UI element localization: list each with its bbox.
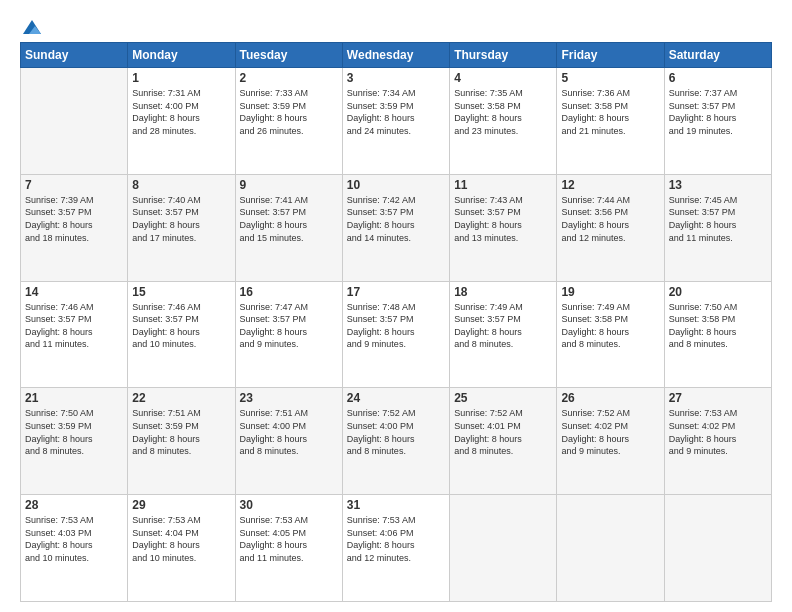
calendar-cell: 7Sunrise: 7:39 AM Sunset: 3:57 PM Daylig… bbox=[21, 174, 128, 281]
day-number: 16 bbox=[240, 285, 338, 299]
day-number: 22 bbox=[132, 391, 230, 405]
page: SundayMondayTuesdayWednesdayThursdayFrid… bbox=[0, 0, 792, 612]
day-of-week-saturday: Saturday bbox=[664, 43, 771, 68]
day-number: 5 bbox=[561, 71, 659, 85]
logo bbox=[20, 18, 44, 32]
calendar-cell: 3Sunrise: 7:34 AM Sunset: 3:59 PM Daylig… bbox=[342, 68, 449, 175]
day-number: 2 bbox=[240, 71, 338, 85]
day-number: 31 bbox=[347, 498, 445, 512]
calendar-header-row: SundayMondayTuesdayWednesdayThursdayFrid… bbox=[21, 43, 772, 68]
calendar-cell: 24Sunrise: 7:52 AM Sunset: 4:00 PM Dayli… bbox=[342, 388, 449, 495]
day-info: Sunrise: 7:45 AM Sunset: 3:57 PM Dayligh… bbox=[669, 194, 767, 244]
calendar-cell: 5Sunrise: 7:36 AM Sunset: 3:58 PM Daylig… bbox=[557, 68, 664, 175]
day-info: Sunrise: 7:50 AM Sunset: 3:59 PM Dayligh… bbox=[25, 407, 123, 457]
day-info: Sunrise: 7:53 AM Sunset: 4:06 PM Dayligh… bbox=[347, 514, 445, 564]
calendar-cell: 15Sunrise: 7:46 AM Sunset: 3:57 PM Dayli… bbox=[128, 281, 235, 388]
day-info: Sunrise: 7:44 AM Sunset: 3:56 PM Dayligh… bbox=[561, 194, 659, 244]
calendar-cell: 16Sunrise: 7:47 AM Sunset: 3:57 PM Dayli… bbox=[235, 281, 342, 388]
day-number: 12 bbox=[561, 178, 659, 192]
calendar-cell: 26Sunrise: 7:52 AM Sunset: 4:02 PM Dayli… bbox=[557, 388, 664, 495]
day-number: 15 bbox=[132, 285, 230, 299]
calendar-cell: 19Sunrise: 7:49 AM Sunset: 3:58 PM Dayli… bbox=[557, 281, 664, 388]
logo-icon bbox=[21, 18, 43, 36]
day-info: Sunrise: 7:49 AM Sunset: 3:58 PM Dayligh… bbox=[561, 301, 659, 351]
calendar-cell: 23Sunrise: 7:51 AM Sunset: 4:00 PM Dayli… bbox=[235, 388, 342, 495]
day-number: 27 bbox=[669, 391, 767, 405]
day-number: 4 bbox=[454, 71, 552, 85]
day-of-week-sunday: Sunday bbox=[21, 43, 128, 68]
day-number: 30 bbox=[240, 498, 338, 512]
calendar-cell: 18Sunrise: 7:49 AM Sunset: 3:57 PM Dayli… bbox=[450, 281, 557, 388]
day-number: 1 bbox=[132, 71, 230, 85]
header bbox=[20, 18, 772, 32]
calendar-cell: 30Sunrise: 7:53 AM Sunset: 4:05 PM Dayli… bbox=[235, 495, 342, 602]
calendar-cell: 14Sunrise: 7:46 AM Sunset: 3:57 PM Dayli… bbox=[21, 281, 128, 388]
day-info: Sunrise: 7:46 AM Sunset: 3:57 PM Dayligh… bbox=[25, 301, 123, 351]
day-info: Sunrise: 7:31 AM Sunset: 4:00 PM Dayligh… bbox=[132, 87, 230, 137]
calendar-cell: 8Sunrise: 7:40 AM Sunset: 3:57 PM Daylig… bbox=[128, 174, 235, 281]
day-number: 19 bbox=[561, 285, 659, 299]
calendar-week-row: 21Sunrise: 7:50 AM Sunset: 3:59 PM Dayli… bbox=[21, 388, 772, 495]
day-info: Sunrise: 7:46 AM Sunset: 3:57 PM Dayligh… bbox=[132, 301, 230, 351]
day-of-week-thursday: Thursday bbox=[450, 43, 557, 68]
calendar-cell: 27Sunrise: 7:53 AM Sunset: 4:02 PM Dayli… bbox=[664, 388, 771, 495]
day-number: 10 bbox=[347, 178, 445, 192]
day-info: Sunrise: 7:43 AM Sunset: 3:57 PM Dayligh… bbox=[454, 194, 552, 244]
day-info: Sunrise: 7:50 AM Sunset: 3:58 PM Dayligh… bbox=[669, 301, 767, 351]
calendar-cell: 13Sunrise: 7:45 AM Sunset: 3:57 PM Dayli… bbox=[664, 174, 771, 281]
day-number: 26 bbox=[561, 391, 659, 405]
day-number: 7 bbox=[25, 178, 123, 192]
calendar-cell: 21Sunrise: 7:50 AM Sunset: 3:59 PM Dayli… bbox=[21, 388, 128, 495]
day-of-week-wednesday: Wednesday bbox=[342, 43, 449, 68]
day-number: 20 bbox=[669, 285, 767, 299]
calendar-cell: 25Sunrise: 7:52 AM Sunset: 4:01 PM Dayli… bbox=[450, 388, 557, 495]
calendar-cell: 29Sunrise: 7:53 AM Sunset: 4:04 PM Dayli… bbox=[128, 495, 235, 602]
calendar-cell: 2Sunrise: 7:33 AM Sunset: 3:59 PM Daylig… bbox=[235, 68, 342, 175]
day-number: 23 bbox=[240, 391, 338, 405]
day-info: Sunrise: 7:52 AM Sunset: 4:02 PM Dayligh… bbox=[561, 407, 659, 457]
calendar-week-row: 1Sunrise: 7:31 AM Sunset: 4:00 PM Daylig… bbox=[21, 68, 772, 175]
calendar-cell: 1Sunrise: 7:31 AM Sunset: 4:00 PM Daylig… bbox=[128, 68, 235, 175]
day-number: 25 bbox=[454, 391, 552, 405]
calendar-cell bbox=[21, 68, 128, 175]
day-info: Sunrise: 7:52 AM Sunset: 4:01 PM Dayligh… bbox=[454, 407, 552, 457]
calendar-cell: 22Sunrise: 7:51 AM Sunset: 3:59 PM Dayli… bbox=[128, 388, 235, 495]
calendar-cell: 17Sunrise: 7:48 AM Sunset: 3:57 PM Dayli… bbox=[342, 281, 449, 388]
day-info: Sunrise: 7:51 AM Sunset: 3:59 PM Dayligh… bbox=[132, 407, 230, 457]
day-number: 14 bbox=[25, 285, 123, 299]
day-info: Sunrise: 7:53 AM Sunset: 4:05 PM Dayligh… bbox=[240, 514, 338, 564]
calendar-cell: 11Sunrise: 7:43 AM Sunset: 3:57 PM Dayli… bbox=[450, 174, 557, 281]
day-info: Sunrise: 7:33 AM Sunset: 3:59 PM Dayligh… bbox=[240, 87, 338, 137]
day-of-week-monday: Monday bbox=[128, 43, 235, 68]
calendar-cell: 28Sunrise: 7:53 AM Sunset: 4:03 PM Dayli… bbox=[21, 495, 128, 602]
day-info: Sunrise: 7:47 AM Sunset: 3:57 PM Dayligh… bbox=[240, 301, 338, 351]
day-info: Sunrise: 7:41 AM Sunset: 3:57 PM Dayligh… bbox=[240, 194, 338, 244]
day-info: Sunrise: 7:40 AM Sunset: 3:57 PM Dayligh… bbox=[132, 194, 230, 244]
day-number: 24 bbox=[347, 391, 445, 405]
day-of-week-tuesday: Tuesday bbox=[235, 43, 342, 68]
day-number: 21 bbox=[25, 391, 123, 405]
day-info: Sunrise: 7:42 AM Sunset: 3:57 PM Dayligh… bbox=[347, 194, 445, 244]
calendar-cell bbox=[450, 495, 557, 602]
day-info: Sunrise: 7:37 AM Sunset: 3:57 PM Dayligh… bbox=[669, 87, 767, 137]
day-number: 11 bbox=[454, 178, 552, 192]
calendar-cell: 31Sunrise: 7:53 AM Sunset: 4:06 PM Dayli… bbox=[342, 495, 449, 602]
calendar-cell: 9Sunrise: 7:41 AM Sunset: 3:57 PM Daylig… bbox=[235, 174, 342, 281]
day-info: Sunrise: 7:53 AM Sunset: 4:04 PM Dayligh… bbox=[132, 514, 230, 564]
day-info: Sunrise: 7:53 AM Sunset: 4:03 PM Dayligh… bbox=[25, 514, 123, 564]
calendar-week-row: 7Sunrise: 7:39 AM Sunset: 3:57 PM Daylig… bbox=[21, 174, 772, 281]
calendar-cell bbox=[664, 495, 771, 602]
day-info: Sunrise: 7:52 AM Sunset: 4:00 PM Dayligh… bbox=[347, 407, 445, 457]
day-info: Sunrise: 7:53 AM Sunset: 4:02 PM Dayligh… bbox=[669, 407, 767, 457]
calendar-table: SundayMondayTuesdayWednesdayThursdayFrid… bbox=[20, 42, 772, 602]
day-of-week-friday: Friday bbox=[557, 43, 664, 68]
day-number: 18 bbox=[454, 285, 552, 299]
day-number: 3 bbox=[347, 71, 445, 85]
day-info: Sunrise: 7:34 AM Sunset: 3:59 PM Dayligh… bbox=[347, 87, 445, 137]
calendar-cell: 4Sunrise: 7:35 AM Sunset: 3:58 PM Daylig… bbox=[450, 68, 557, 175]
day-number: 13 bbox=[669, 178, 767, 192]
day-number: 29 bbox=[132, 498, 230, 512]
calendar-cell: 20Sunrise: 7:50 AM Sunset: 3:58 PM Dayli… bbox=[664, 281, 771, 388]
day-number: 17 bbox=[347, 285, 445, 299]
calendar-cell: 12Sunrise: 7:44 AM Sunset: 3:56 PM Dayli… bbox=[557, 174, 664, 281]
